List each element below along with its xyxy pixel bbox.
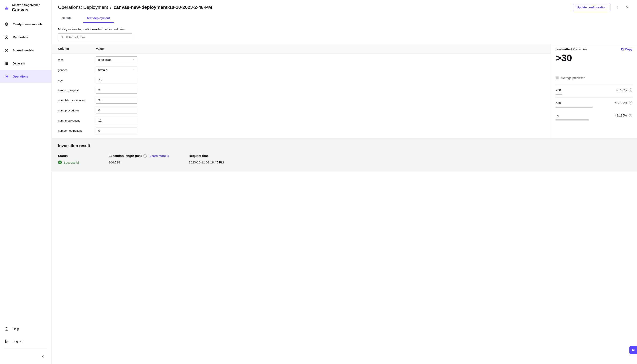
- field-row: num_lab_procedures34: [52, 95, 551, 105]
- info-icon[interactable]: i: [629, 101, 632, 104]
- svg-point-29: [617, 8, 617, 8]
- info-icon[interactable]: i: [143, 154, 147, 158]
- field-input-num_medications[interactable]: 11: [96, 117, 137, 124]
- probability-bar-track: [556, 119, 632, 120]
- probability-list: <308.756%i>3048.109%ino43.135%i: [556, 85, 632, 122]
- instruction-prefix: Modify values to predict: [58, 28, 92, 31]
- probability-right: 43.135%i: [615, 114, 632, 117]
- update-configuration-button[interactable]: Update configuration: [573, 4, 610, 11]
- sidebar-item-shared-models[interactable]: Shared models: [0, 44, 52, 57]
- svg-point-26: [6, 330, 7, 330]
- prediction-suffix: Prediction: [572, 48, 587, 51]
- instruction-text: Modify values to predict readmitted in r…: [52, 23, 637, 34]
- time-label: Request time: [189, 154, 244, 158]
- field-control: caucasian: [96, 56, 137, 63]
- svg-marker-35: [133, 70, 134, 70]
- svg-point-32: [61, 36, 63, 38]
- probability-percent: 43.135%: [615, 114, 627, 117]
- sidebar-item-my-models[interactable]: My models: [0, 31, 52, 44]
- field-select-gender[interactable]: female: [96, 66, 137, 73]
- learn-more-link[interactable]: Learn more: [150, 154, 169, 158]
- field-input-age[interactable]: 75: [96, 77, 137, 84]
- svg-point-19: [5, 63, 5, 64]
- field-input-number_outpatient[interactable]: 0: [96, 127, 137, 134]
- svg-marker-34: [133, 60, 134, 60]
- sidebar-item-operations[interactable]: Operations: [0, 70, 52, 83]
- select-value: caucasian: [98, 58, 112, 62]
- instruction-suffix: in real time.: [108, 28, 125, 31]
- success-check-icon: [58, 160, 62, 164]
- probability-row: <308.756%i: [556, 88, 632, 92]
- svg-line-16: [7, 50, 8, 52]
- svg-line-33: [62, 38, 63, 38]
- svg-point-21: [5, 64, 5, 65]
- filter-columns-input[interactable]: [66, 36, 129, 39]
- invocation-result: Invocation result Status Successful Exec…: [52, 138, 637, 172]
- status-value: Successful: [58, 160, 92, 164]
- sidebar-item-logout[interactable]: Log out: [0, 335, 52, 347]
- field-select-race[interactable]: caucasian: [96, 56, 137, 63]
- content: Modify values to predict readmitted in r…: [52, 23, 637, 364]
- sidebar-item-datasets[interactable]: Datasets: [0, 57, 52, 70]
- field-input-num_lab_procedures[interactable]: 34: [96, 97, 137, 104]
- field-input-time_in_hospital[interactable]: 3: [96, 87, 137, 94]
- info-icon[interactable]: i: [629, 114, 632, 117]
- fields-header-row: Column Value: [52, 44, 551, 54]
- copy-prediction-button[interactable]: Copy: [620, 48, 632, 51]
- sidebar-item-ready-to-use-models[interactable]: Ready-to-use models: [0, 18, 52, 31]
- more-actions-button[interactable]: [614, 4, 620, 11]
- copy-label: Copy: [625, 48, 632, 51]
- field-input-num_procedures[interactable]: 0: [96, 107, 137, 114]
- probability-bar-fill: [556, 94, 562, 95]
- svg-line-13: [5, 49, 7, 50]
- search-icon: [60, 36, 64, 39]
- tabs: Details Test deployment: [52, 11, 637, 23]
- brand-bottom: Canvas: [12, 7, 40, 13]
- field-control: 34: [96, 97, 137, 104]
- invocation-exec-col: Execution length (ms) i Learn more 304.7…: [109, 154, 172, 164]
- probability-right: 48.109%i: [615, 101, 632, 104]
- svg-point-17: [5, 62, 5, 62]
- sidebar-item-label: Datasets: [13, 62, 25, 65]
- collapse-sidebar-button[interactable]: [41, 354, 46, 359]
- chat-fab-button[interactable]: [629, 346, 637, 354]
- help-icon: [4, 327, 9, 331]
- field-control: female: [96, 66, 137, 73]
- field-row: num_medications11: [52, 116, 551, 126]
- sidebar: Amazon SageMaker Canvas Ready-to-use mod…: [0, 0, 52, 364]
- probability-label: no: [556, 114, 559, 117]
- probability-row: no43.135%i: [556, 114, 632, 117]
- close-button[interactable]: [624, 4, 631, 11]
- svg-point-28: [617, 7, 617, 8]
- prediction-value: >30: [556, 52, 632, 64]
- field-control: 3: [96, 87, 137, 94]
- filter-columns-input-wrap[interactable]: [58, 34, 132, 41]
- probability-right: 8.756%i: [616, 88, 632, 92]
- logout-icon: [4, 339, 9, 344]
- caret-down-icon: [133, 59, 135, 61]
- field-label: number_outpatient: [58, 129, 96, 132]
- sidebar-item-help[interactable]: Help: [0, 323, 52, 335]
- svg-line-14: [7, 49, 8, 50]
- svg-line-15: [5, 50, 7, 52]
- tab-details[interactable]: Details: [58, 15, 75, 23]
- sidebar-item-label: Shared models: [13, 49, 34, 52]
- exec-label-row: Execution length (ms) i Learn more: [109, 154, 172, 158]
- chat-icon: [631, 348, 635, 352]
- column-header-column: Column: [58, 47, 96, 50]
- field-label: num_medications: [58, 119, 96, 122]
- input-value: 11: [98, 119, 102, 122]
- field-label: num_procedures: [58, 109, 96, 112]
- info-icon[interactable]: i: [629, 88, 632, 92]
- column-header-value: Value: [96, 47, 544, 50]
- chip-icon: [4, 22, 9, 26]
- probability-bar-fill: [556, 106, 592, 108]
- input-value: 34: [98, 98, 102, 102]
- field-row: racecaucasian: [52, 55, 551, 65]
- input-value: 0: [98, 129, 100, 132]
- topbar: Operations: Deployment / canvas-new-depl…: [52, 0, 637, 11]
- status-label: Status: [58, 154, 92, 158]
- status-text: Successful: [64, 161, 79, 164]
- tab-test-deployment[interactable]: Test deployment: [83, 15, 114, 23]
- breadcrumb-item: canvas-new-deployment-10-10-2023-2-48-PM: [114, 5, 212, 10]
